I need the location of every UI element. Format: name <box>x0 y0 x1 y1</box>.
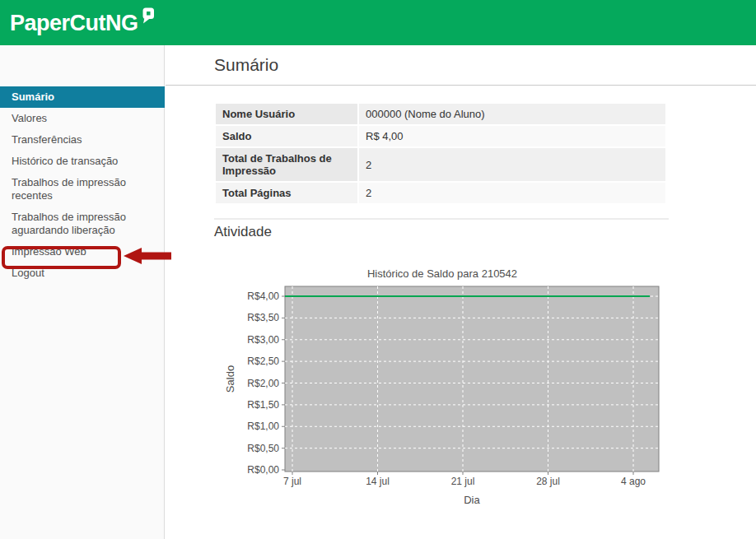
sidebar-item-trabalhos-aguardando-liberacao[interactable]: Trabalhos de impressão aguardando libera… <box>0 207 165 241</box>
sidebar-nav-list: Sumário Valores Transferências Histórico… <box>0 86 165 284</box>
chart-title: Histórico de Saldo para 210542 <box>367 267 517 280</box>
y-tick-label: R$2,50 <box>247 355 279 367</box>
table-row: Total de Trabalhos de Impressão 2 <box>216 148 665 181</box>
x-axis-label: Dia <box>464 494 480 506</box>
summary-table: Nome Usuário 000000 (Nome do Aluno) Sald… <box>214 102 667 205</box>
y-axis-label: Saldo <box>224 365 236 393</box>
title-divider <box>166 85 756 86</box>
row-label-total-paginas: Total Páginas <box>216 183 357 203</box>
logo-text-primary: PaperCut <box>10 11 105 35</box>
section-divider <box>214 218 669 220</box>
main-content: Sumário Nome Usuário 000000 (Nome do Alu… <box>166 45 756 539</box>
row-label-nome-usuario: Nome Usuário <box>216 104 357 124</box>
papercut-logo: PaperCutNG <box>10 11 138 36</box>
table-row: Saldo R$ 4,00 <box>216 126 665 146</box>
activity-chart: Histórico de Saldo para 210542R$0,00R$0,… <box>222 267 663 508</box>
sidebar-item-historico-de-transacao[interactable]: Histórico de transação <box>0 151 165 172</box>
speech-bubble-icon <box>142 5 156 30</box>
row-label-total-trabalhos: Total de Trabalhos de Impressão <box>216 148 357 181</box>
y-tick-label: R$3,50 <box>247 312 279 323</box>
section-title-atividade: Atividade <box>214 224 272 240</box>
sidebar-item-valores[interactable]: Valores <box>0 108 165 129</box>
row-label-saldo: Saldo <box>216 126 357 146</box>
sidebar-item-impressao-web[interactable]: Impressão Web <box>0 241 165 263</box>
row-value-total-paginas: 2 <box>359 183 665 203</box>
sidebar-item-trabalhos-recentes[interactable]: Trabalhos de impressão recentes <box>0 172 165 207</box>
x-tick-label: 28 jul <box>536 476 560 487</box>
x-tick-label: 7 jul <box>283 476 301 487</box>
sidebar-item-transferencias[interactable]: Transferências <box>0 129 165 151</box>
y-tick-label: R$1,00 <box>247 421 279 432</box>
row-value-saldo: R$ 4,00 <box>359 126 665 146</box>
table-row: Nome Usuário 000000 (Nome do Aluno) <box>216 104 665 124</box>
app-header: PaperCutNG <box>0 0 756 45</box>
x-tick-label: 21 jul <box>451 476 475 487</box>
row-value-nome-usuario: 000000 (Nome do Aluno) <box>359 104 665 124</box>
sidebar-item-logout[interactable]: Logout <box>0 263 165 284</box>
table-row: Total Páginas 2 <box>216 183 665 203</box>
y-tick-label: R$0,50 <box>247 443 279 454</box>
x-tick-label: 14 jul <box>366 476 390 487</box>
y-tick-label: R$3,00 <box>247 334 279 346</box>
sidebar-nav: Sumário Valores Transferências Histórico… <box>0 45 165 539</box>
y-tick-label: R$4,00 <box>247 290 279 302</box>
y-tick-label: R$1,50 <box>247 399 279 411</box>
balance-history-chart: Histórico de Saldo para 210542R$0,00R$0,… <box>222 267 663 508</box>
logo-text-secondary: NG <box>105 11 138 35</box>
sidebar-item-sumario[interactable]: Sumário <box>0 86 165 108</box>
row-value-total-trabalhos: 2 <box>359 148 665 181</box>
x-tick-label: 4 ago <box>621 476 646 487</box>
chart-plot-area <box>285 286 659 472</box>
y-tick-label: R$0,00 <box>247 464 279 476</box>
y-tick-label: R$2,00 <box>247 378 279 389</box>
page-title: Sumário <box>214 55 278 75</box>
